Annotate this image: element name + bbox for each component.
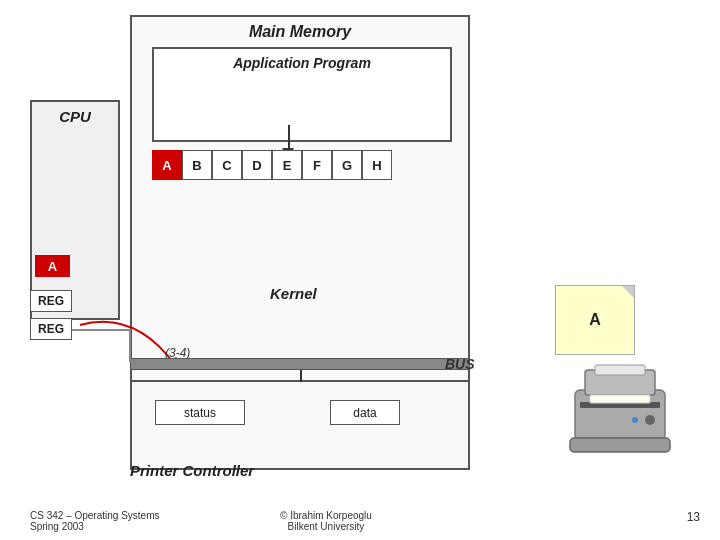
note-box-a: A xyxy=(555,285,635,355)
status-box: status xyxy=(155,400,245,425)
footer-center-line1: © Ibrahim Korpeoglu xyxy=(280,510,372,521)
app-program-label: Application Program xyxy=(154,55,450,71)
mem-cell-h: H xyxy=(362,150,392,180)
bus-bar xyxy=(130,358,470,370)
svg-point-6 xyxy=(632,417,638,423)
reg2-to-bus-v xyxy=(129,329,131,362)
printer-image xyxy=(565,360,675,460)
footer-center: © Ibrahim Korpeoglu Bilkent University xyxy=(280,510,372,532)
printer-ctrl-label: Printer Controller xyxy=(130,462,254,479)
note-fold xyxy=(622,286,634,298)
footer-left-line2: Spring 2003 xyxy=(30,521,160,532)
reg-box-2: REG xyxy=(30,318,72,340)
svg-rect-7 xyxy=(570,438,670,452)
main-memory-label: Main Memory xyxy=(132,23,468,41)
mem-cell-f: F xyxy=(302,150,332,180)
footer-left: CS 342 – Operating Systems Spring 2003 xyxy=(30,510,160,532)
reg2-to-bus-h xyxy=(72,329,130,331)
app-program-box: Application Program xyxy=(152,47,452,142)
printer-ctrl-box xyxy=(130,380,470,470)
mem-cell-a: A xyxy=(152,150,182,180)
reg-a-cpu: A xyxy=(35,255,70,277)
reg-box-1: REG xyxy=(30,290,72,312)
pctrl-to-bus-line xyxy=(300,370,302,382)
mem-cell-e: E xyxy=(272,150,302,180)
mem-cell-c: C xyxy=(212,150,242,180)
note-a-label: A xyxy=(589,311,601,329)
svg-rect-2 xyxy=(595,365,645,375)
svg-rect-4 xyxy=(590,395,650,403)
footer-left-line1: CS 342 – Operating Systems xyxy=(30,510,160,521)
footer-page-number: 13 xyxy=(687,510,700,524)
cpu-box: CPU xyxy=(30,100,120,320)
mem-cell-d: D xyxy=(242,150,272,180)
data-box: data xyxy=(330,400,400,425)
bus-label: BUS xyxy=(445,356,475,372)
kernel-label: Kernel xyxy=(270,285,317,302)
svg-point-5 xyxy=(645,415,655,425)
arrow-down-line xyxy=(288,125,290,150)
memory-cells-row: A B C D E F G H xyxy=(152,150,392,180)
mem-cell-g: G xyxy=(332,150,362,180)
cpu-label: CPU xyxy=(32,108,118,125)
mem-cell-b: B xyxy=(182,150,212,180)
footer-center-line2: Bilkent University xyxy=(280,521,372,532)
